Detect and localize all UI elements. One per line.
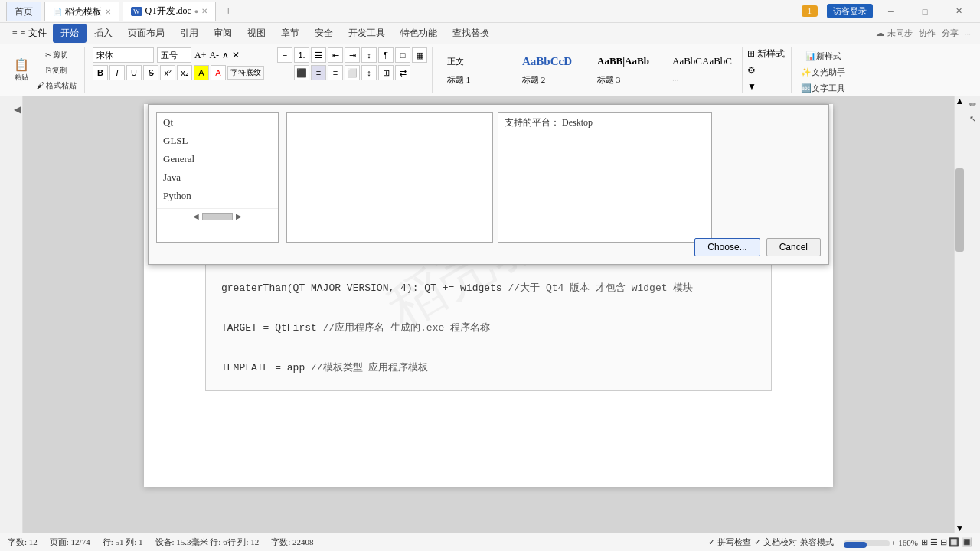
dialog-list-scroll[interactable]: ◀ ▶: [157, 208, 278, 223]
line-spacing-button[interactable]: ↕: [361, 65, 377, 80]
right-tool-edit[interactable]: ✏: [969, 99, 976, 109]
style-title[interactable]: 标题 1: [440, 72, 514, 88]
doc-validate-status[interactable]: ✓ 文档校对: [754, 536, 797, 548]
ribbon-tab-layout[interactable]: 页面布局: [120, 24, 172, 43]
sort-button[interactable]: ↕: [361, 47, 377, 63]
underline-button[interactable]: U: [126, 65, 142, 80]
strikethrough-button[interactable]: S̶: [143, 65, 158, 80]
style-expand-button[interactable]: ▼: [746, 80, 786, 93]
style-normal[interactable]: 正文: [440, 54, 514, 70]
new-style-big-button[interactable]: 📊 新样式: [798, 49, 848, 64]
zoom-level[interactable]: 160%: [898, 538, 918, 547]
ribbon-tab-start[interactable]: 开始: [53, 24, 87, 43]
clear-format-button[interactable]: ✕: [232, 50, 240, 61]
ribbon-tab-review[interactable]: 审阅: [206, 24, 240, 43]
italic-button[interactable]: I: [109, 65, 125, 80]
indent-more-button[interactable]: ⇥: [345, 47, 360, 63]
compat-mode-status[interactable]: 兼容模式: [800, 536, 834, 548]
more-button[interactable]: ···: [965, 29, 971, 38]
dialog-item-qt[interactable]: Qt: [157, 113, 278, 132]
add-tab-button[interactable]: +: [219, 2, 237, 21]
align-right-button[interactable]: ≡: [328, 65, 343, 80]
copy-button[interactable]: ⎘复制: [34, 64, 80, 77]
cut-button[interactable]: ✂剪切: [34, 48, 80, 62]
maximize-button[interactable]: □: [910, 2, 940, 21]
align-center-button[interactable]: ≡: [311, 65, 326, 80]
border-button[interactable]: □: [395, 47, 410, 63]
ribbon-tab-findreplace[interactable]: 查找替换: [445, 24, 497, 43]
scroll-bar[interactable]: [202, 213, 233, 220]
share-button[interactable]: 分享: [942, 28, 959, 39]
scroll-left-icon[interactable]: ◀: [193, 212, 199, 220]
collapse-left-icon[interactable]: ◀: [14, 104, 21, 116]
scroll-up-arrow[interactable]: ▲: [956, 96, 965, 106]
font-size-input[interactable]: [157, 47, 191, 63]
collab-button[interactable]: 协作: [919, 28, 936, 39]
hamburger-menu[interactable]: ≡ ≡ 文件: [6, 27, 53, 40]
format-paste-button[interactable]: 🖌格式粘贴: [34, 79, 80, 93]
ribbon-tab-reference[interactable]: 引用: [172, 24, 206, 43]
new-style-button[interactable]: ⊞ 新样式: [746, 47, 786, 62]
ribbon-tab-insert[interactable]: 插入: [87, 24, 120, 43]
style-settings-button[interactable]: ⚙: [746, 64, 786, 78]
font-name-input[interactable]: [93, 47, 154, 63]
indent-less-button[interactable]: ⇤: [328, 47, 343, 63]
view-icons[interactable]: ⊞ ☰ ⊟ 🔲 🔳: [921, 537, 972, 547]
ribbon-tab-chapter[interactable]: 章节: [273, 24, 307, 43]
file-menu[interactable]: ≡ 文件: [21, 27, 47, 40]
ribbon-tab-view[interactable]: 视图: [240, 24, 273, 43]
pilcrow-button[interactable]: ¶: [378, 47, 394, 63]
scroll-down-arrow[interactable]: ▼: [956, 523, 965, 533]
zoom-out-icon[interactable]: −: [837, 538, 841, 547]
ribbon-tab-features[interactable]: 特色功能: [393, 24, 445, 43]
ribbon-tab-devtools[interactable]: 开发工具: [341, 24, 393, 43]
superscript-button[interactable]: x²: [160, 65, 175, 80]
ai-assist-button[interactable]: ✨ 文光助手: [798, 65, 848, 80]
style-heading1[interactable]: AaBbCcD: [515, 53, 589, 70]
align-justify-button[interactable]: ⬜: [345, 65, 360, 80]
content-area[interactable]: 稻壳教育 Qt GLSL General Java Python ◀: [23, 96, 954, 533]
dialog-item-glsl[interactable]: GLSL: [157, 132, 278, 150]
scroll-thumb[interactable]: [956, 168, 964, 252]
style-heading3[interactable]: AaBbCAaBbC: [665, 53, 739, 70]
cancel-button[interactable]: Cancel: [766, 238, 821, 256]
file-tab-close[interactable]: ✕: [201, 7, 207, 15]
spell-check-status[interactable]: ✓ 拼写检查: [708, 536, 751, 548]
bold-button[interactable]: B: [93, 65, 108, 80]
scroll-right-icon[interactable]: ▶: [236, 212, 242, 220]
paste-button[interactable]: 📋 粘贴: [11, 56, 32, 84]
ribbon-tab-security[interactable]: 安全: [307, 24, 341, 43]
char-shading-button[interactable]: 字符底纹: [227, 66, 264, 80]
list-multi-button[interactable]: ☰: [311, 47, 326, 63]
template-tab[interactable]: 📄 稻壳模板 ✕: [44, 2, 119, 21]
close-button[interactable]: ✕: [943, 2, 974, 21]
font-grow-button[interactable]: A+: [194, 50, 206, 61]
dialog-item-python[interactable]: Python: [157, 187, 278, 205]
dialog-list-panel[interactable]: Qt GLSL General Java Python ◀ ▶: [156, 112, 279, 243]
list-number-button[interactable]: 1.: [294, 47, 309, 63]
style-subtitle[interactable]: 标题 2: [515, 72, 589, 88]
align-left-button[interactable]: ⬛: [294, 65, 309, 80]
minimize-button[interactable]: ─: [876, 2, 906, 21]
text-tools-button[interactable]: 🔤 文字工具: [798, 81, 848, 96]
shading-button[interactable]: ▦: [412, 47, 427, 63]
home-tab[interactable]: 首页: [6, 2, 41, 21]
zoom-controls[interactable]: − + 160%: [837, 538, 918, 547]
dialog-item-java[interactable]: Java: [157, 168, 278, 187]
template-tab-close[interactable]: ✕: [105, 8, 111, 16]
right-tool-cursor[interactable]: ↖: [969, 114, 976, 124]
zoom-slider[interactable]: [844, 540, 890, 546]
list-bullet-button[interactable]: ≡: [277, 47, 292, 63]
font-shrink-button[interactable]: A-: [209, 50, 219, 61]
column-button[interactable]: ⊞: [378, 65, 394, 80]
highlight-button[interactable]: A: [194, 65, 209, 80]
style-h3[interactable]: 标题 3: [590, 72, 664, 88]
font-format-button[interactable]: ∧: [222, 50, 229, 61]
dialog-item-general[interactable]: General: [157, 150, 278, 168]
user-login-button[interactable]: 访客登录: [827, 4, 873, 18]
vertical-scrollbar[interactable]: ▲ ▼: [954, 96, 965, 533]
file-tab[interactable]: W QT开发.doc ● ✕: [122, 2, 216, 21]
style-more[interactable]: ···: [665, 73, 739, 86]
font-color-button[interactable]: A: [211, 65, 226, 80]
choose-button[interactable]: Choose...: [694, 238, 760, 256]
